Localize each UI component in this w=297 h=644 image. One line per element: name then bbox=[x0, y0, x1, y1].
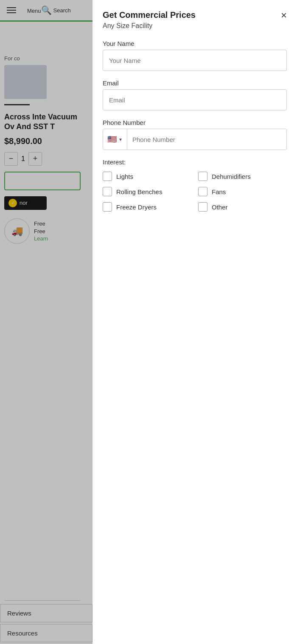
interest-label: Interest: bbox=[103, 158, 287, 166]
checkbox-dehumidifiers-box bbox=[198, 172, 207, 181]
checkbox-other[interactable]: Other bbox=[198, 202, 287, 212]
email-input[interactable] bbox=[103, 89, 287, 110]
checkbox-fans-box bbox=[198, 187, 207, 196]
checkbox-lights-label: Lights bbox=[116, 173, 133, 180]
checkbox-fans[interactable]: Fans bbox=[198, 187, 287, 196]
checkbox-rolling-benches-label: Rolling Benches bbox=[116, 188, 162, 195]
modal: Get Commercial Prices × Any Size Facilit… bbox=[92, 0, 297, 644]
checkbox-other-box bbox=[198, 202, 207, 212]
checkbox-freeze-dryers[interactable]: Freeze Dryers bbox=[103, 202, 191, 212]
overlay-dim bbox=[0, 0, 92, 644]
checkbox-freeze-dryers-label: Freeze Dryers bbox=[116, 203, 157, 211]
phone-label: Phone Number bbox=[103, 119, 287, 126]
us-flag-icon: 🇺🇸 bbox=[107, 135, 117, 144]
modal-title: Get Commercial Prices bbox=[103, 10, 196, 20]
checkbox-rolling-benches[interactable]: Rolling Benches bbox=[103, 187, 191, 196]
email-label: Email bbox=[103, 79, 287, 87]
checkbox-lights[interactable]: Lights bbox=[103, 172, 191, 181]
phone-country-select[interactable]: 🇺🇸 ▼ bbox=[103, 129, 127, 150]
checkbox-dehumidifiers-label: Dehumidifiers bbox=[212, 173, 251, 180]
checkbox-freeze-dryers-box bbox=[103, 202, 112, 212]
close-button[interactable]: × bbox=[281, 10, 287, 20]
checkbox-other-label: Other bbox=[212, 203, 228, 211]
checkbox-lights-box bbox=[103, 172, 112, 181]
name-label: Your Name bbox=[103, 40, 287, 47]
interest-checkbox-grid: Lights Dehumidifiers Rolling Benches Fan… bbox=[103, 172, 287, 212]
modal-header: Get Commercial Prices × bbox=[103, 10, 287, 20]
phone-wrapper: 🇺🇸 ▼ bbox=[103, 129, 287, 150]
checkbox-fans-label: Fans bbox=[212, 188, 226, 195]
phone-input[interactable] bbox=[127, 129, 286, 150]
name-input[interactable] bbox=[103, 50, 287, 71]
modal-subtitle: Any Size Facility bbox=[103, 22, 287, 30]
checkbox-dehumidifiers[interactable]: Dehumidifiers bbox=[198, 172, 287, 181]
checkbox-rolling-benches-box bbox=[103, 187, 112, 196]
chevron-down-icon: ▼ bbox=[118, 137, 123, 142]
